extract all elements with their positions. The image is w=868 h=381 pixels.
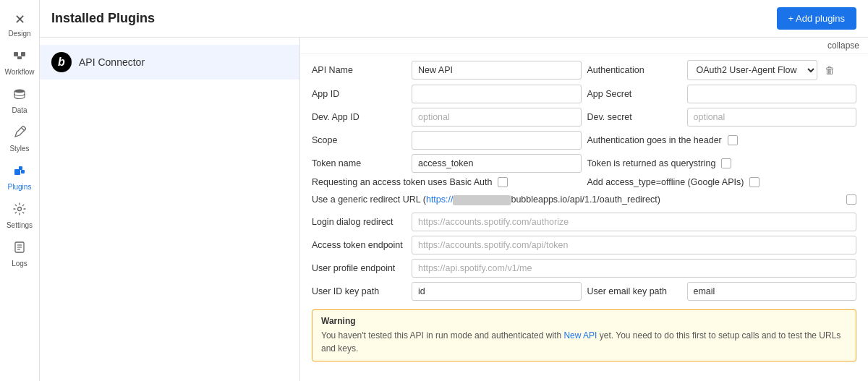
settings-icon <box>13 202 26 219</box>
sidebar-item-design[interactable]: ✕ Design <box>0 6 39 43</box>
access-token-label: Access token endpoint <box>312 240 406 250</box>
plugin-item-api-connector[interactable]: b API Connector <box>40 45 299 80</box>
sidebar-label-logs: Logs <box>12 260 27 267</box>
row-dev-appid-secret: Dev. App ID Dev. secret <box>312 108 856 127</box>
collapse-link[interactable]: collapse <box>827 40 859 51</box>
app-id-input[interactable] <box>412 85 582 103</box>
col-google-apis: Add access_type=offline (Google APIs) <box>587 177 857 187</box>
auth-header-checkbox[interactable] <box>728 135 738 145</box>
svg-line-4 <box>22 128 25 131</box>
plugin-logo: b <box>51 52 72 72</box>
col-authentication: Authentication OAuth2 User-Agent Flow 🗑 <box>587 60 857 80</box>
svg-rect-2 <box>17 56 22 59</box>
sidebar-item-plugins[interactable]: Plugins <box>0 158 39 197</box>
dev-secret-input[interactable] <box>687 108 857 127</box>
warning-title: Warning <box>321 316 847 326</box>
svg-rect-0 <box>14 52 18 56</box>
warning-text: You haven't tested this API in run mode … <box>321 329 847 355</box>
token-querystring-label: Token is returned as querystring <box>587 158 716 168</box>
svg-point-3 <box>14 90 25 93</box>
page-title: Installed Plugins <box>51 11 155 26</box>
logs-icon <box>13 241 26 257</box>
user-profile-input[interactable] <box>412 259 856 278</box>
delete-icon[interactable]: 🗑 <box>823 63 836 77</box>
api-name-label: API Name <box>312 65 406 75</box>
sidebar-label-data: Data <box>12 106 27 114</box>
auth-header-label: Authentication goes in the header <box>587 135 722 145</box>
design-icon: ✕ <box>14 12 25 27</box>
col-api-name: API Name <box>312 61 582 80</box>
login-dialog-label: Login dialog redirect <box>312 217 406 227</box>
col-app-id: App ID <box>312 85 582 103</box>
dev-secret-label: Dev. secret <box>587 112 681 122</box>
row-token: Token name Token is returned as querystr… <box>312 154 856 173</box>
col-basic-auth: Requesting an access token uses Basic Au… <box>312 177 582 187</box>
plugin-list: b API Connector <box>40 38 300 381</box>
authentication-label: Authentication <box>587 65 681 75</box>
collapse-bar: collapse <box>300 38 868 54</box>
form-panel: collapse API Name Authentication OAuth2 … <box>300 38 868 381</box>
svg-rect-5 <box>14 169 20 175</box>
content-area: b API Connector collapse API Name Authen… <box>40 38 868 381</box>
data-icon <box>13 87 26 104</box>
api-name-input[interactable] <box>412 61 582 80</box>
token-name-input[interactable] <box>412 154 582 173</box>
main-area: Installed Plugins + Add plugins b API Co… <box>40 0 868 381</box>
row-user-profile: User profile endpoint <box>312 259 856 278</box>
col-app-secret: App Secret <box>587 85 857 103</box>
col-dev-app-id: Dev. App ID <box>312 108 582 127</box>
plugin-name: API Connector <box>79 56 145 68</box>
redirect-url-checkbox[interactable] <box>846 194 856 205</box>
user-profile-label: User profile endpoint <box>312 263 406 273</box>
row-scope-auth: Scope Authentication goes in the header <box>312 131 856 150</box>
add-plugins-button[interactable]: + Add plugins <box>777 7 856 30</box>
row-api-auth: API Name Authentication OAuth2 User-Agen… <box>312 60 856 80</box>
user-email-key-label: User email key path <box>587 286 681 296</box>
app-secret-label: App Secret <box>587 89 681 99</box>
dev-app-id-input[interactable] <box>412 108 582 127</box>
svg-point-8 <box>18 207 22 211</box>
sidebar-label-plugins: Plugins <box>8 183 32 191</box>
google-apis-checkbox[interactable] <box>749 177 760 187</box>
sidebar-item-settings[interactable]: Settings <box>0 197 39 235</box>
scope-input[interactable] <box>412 131 582 150</box>
user-id-key-input[interactable] <box>412 282 582 301</box>
header: Installed Plugins + Add plugins <box>40 0 868 38</box>
access-token-input[interactable] <box>412 236 856 254</box>
sidebar-item-styles[interactable]: Styles <box>0 120 39 158</box>
row-basic-google: Requesting an access token uses Basic Au… <box>312 177 856 187</box>
row-login-dialog: Login dialog redirect <box>312 213 856 231</box>
authentication-select[interactable]: OAuth2 User-Agent Flow <box>687 60 817 80</box>
col-user-email-key: User email key path <box>587 282 857 301</box>
dev-app-id-label: Dev. App ID <box>312 112 406 122</box>
warning-link: New API <box>563 330 597 341</box>
token-querystring-checkbox[interactable] <box>721 158 731 168</box>
sidebar-item-data[interactable]: Data <box>0 82 39 120</box>
col-user-id-key: User ID key path <box>312 282 582 301</box>
basic-auth-checkbox[interactable] <box>498 177 508 187</box>
login-dialog-input[interactable] <box>412 213 856 231</box>
sidebar-item-workflow[interactable]: Workflow <box>0 43 39 82</box>
app-secret-input[interactable] <box>687 85 857 103</box>
token-name-label: Token name <box>312 158 406 168</box>
row-access-token: Access token endpoint <box>312 236 856 254</box>
styles-icon <box>13 126 26 142</box>
svg-rect-1 <box>21 52 25 56</box>
redirect-url-suffix: bubbleapps.io/api/1.1/oauth_redirect) <box>511 194 660 205</box>
plugins-icon <box>13 164 26 181</box>
warning-box: Warning You haven't tested this API in r… <box>312 309 856 361</box>
form-grid: API Name Authentication OAuth2 User-Agen… <box>300 54 868 372</box>
row-appid-secret: App ID App Secret <box>312 85 856 103</box>
redirect-url-label: Use a generic redirect URL (https://bubb… <box>312 194 660 205</box>
redirect-url-blur <box>453 195 511 205</box>
user-email-key-input[interactable] <box>687 282 857 301</box>
sidebar-label-settings: Settings <box>7 221 33 229</box>
col-token-name: Token name <box>312 154 582 173</box>
workflow-icon <box>13 49 26 66</box>
scope-label: Scope <box>312 135 406 145</box>
sidebar-item-logs[interactable]: Logs <box>0 235 39 273</box>
svg-rect-6 <box>19 166 22 170</box>
user-id-key-label: User ID key path <box>312 286 406 296</box>
sidebar-label-design: Design <box>8 30 30 38</box>
redirect-url-link: https:// <box>426 194 454 205</box>
